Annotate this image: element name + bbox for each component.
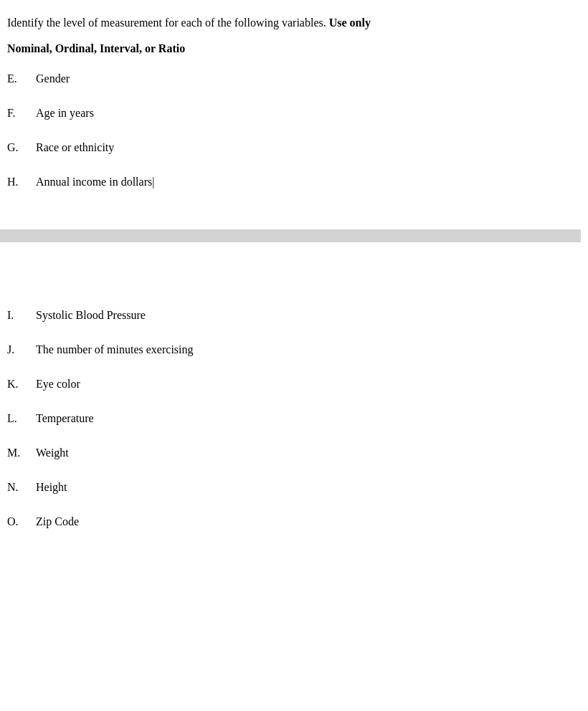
variable-text-h: Annual income in dollars (36, 173, 154, 191)
intro-text-bold: Use only (329, 16, 371, 29)
variable-text-j: The number of minutes exercising (36, 341, 194, 358)
variable-label-o: O. (7, 513, 36, 530)
variable-item-o: O. Zip Code (7, 513, 574, 530)
section-spacer (0, 249, 588, 292)
variable-label-m: M. (7, 444, 36, 462)
section-divider (0, 229, 581, 242)
variable-item-n: N. Height (7, 479, 574, 496)
variable-text-e: Gender (36, 70, 70, 87)
variable-label-k: K. (7, 376, 36, 393)
variable-text-o: Zip Code (36, 513, 79, 530)
variable-label-f: F. (7, 105, 36, 122)
variable-text-m: Weight (36, 444, 69, 462)
variable-text-k: Eye color (36, 376, 80, 393)
variable-item-e: E. Gender (7, 70, 574, 87)
variable-label-h: H. (7, 173, 36, 191)
variable-text-g: Race or ethnicity (36, 139, 114, 156)
bottom-variable-list: I. Systolic Blood Pressure J. The number… (7, 307, 574, 530)
bottom-section: I. Systolic Blood Pressure J. The number… (0, 292, 588, 562)
variable-text-n: Height (36, 479, 67, 496)
page-content: Identify the level of measurement for ea… (0, 0, 588, 222)
variable-label-n: N. (7, 479, 36, 496)
variable-item-f: F. Age in years (7, 105, 574, 122)
variable-item-l: L. Temperature (7, 410, 574, 427)
variable-label-l: L. (7, 410, 36, 427)
variable-label-i: I. (7, 307, 36, 324)
variable-label-g: G. (7, 139, 36, 156)
variable-item-g: G. Race or ethnicity (7, 139, 574, 156)
variable-item-j: J. The number of minutes exercising (7, 341, 574, 358)
variable-text-f: Age in years (36, 105, 94, 122)
variable-item-i: I. Systolic Blood Pressure (7, 307, 574, 324)
variable-label-j: J. (7, 341, 36, 358)
intro-text-main: Identify the level of measurement for ea… (7, 16, 326, 29)
intro-paragraph: Identify the level of measurement for ea… (7, 14, 574, 32)
variable-item-m: M. Weight (7, 444, 574, 462)
measurement-types-heading: Nominal, Ordinal, Interval, or Ratio (7, 40, 574, 57)
text-cursor (152, 176, 154, 188)
variable-label-e: E. (7, 70, 36, 87)
variable-text-i: Systolic Blood Pressure (36, 307, 146, 324)
variable-item-k: K. Eye color (7, 376, 574, 393)
variable-item-h: H. Annual income in dollars (7, 173, 574, 191)
variable-text-l: Temperature (36, 410, 94, 427)
top-variable-list: E. Gender F. Age in years G. Race or eth… (7, 70, 574, 191)
